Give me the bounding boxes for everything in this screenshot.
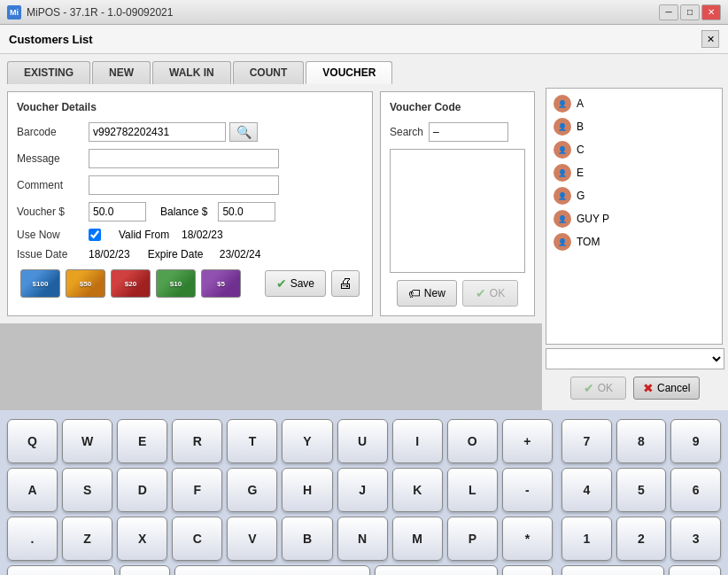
key-asterisk[interactable]: *	[502, 517, 553, 561]
key-d[interactable]: D	[117, 468, 167, 512]
num-2[interactable]: 2	[616, 517, 667, 561]
voucher-amount-label: Voucher $	[17, 206, 83, 218]
caps-lock-key[interactable]: Caps Lock	[7, 565, 115, 575]
key-w[interactable]: W	[62, 419, 112, 463]
key-o[interactable]: O	[447, 419, 498, 463]
key-e[interactable]: E	[117, 419, 167, 463]
avatar: 👤	[554, 141, 571, 159]
space-key[interactable]: Space	[174, 565, 370, 575]
num-8[interactable]: 8	[616, 419, 667, 463]
ok-voucher-button[interactable]: ✔ OK	[462, 280, 518, 307]
balance-input[interactable]	[218, 202, 275, 221]
customer-list: 👤 A 👤 B 👤 C 👤 E 👤 G	[546, 89, 722, 257]
num-1[interactable]: 1	[561, 517, 612, 561]
key-slash[interactable]: /	[502, 565, 553, 575]
keyboard-area: Q W E R T Y U I O + A S D F G H J K L - …	[0, 410, 728, 575]
key-s[interactable]: S	[62, 468, 112, 512]
avatar: 👤	[554, 95, 571, 113]
key-l[interactable]: L	[447, 468, 498, 512]
list-item[interactable]: 👤 A	[550, 92, 718, 115]
expire-date-label: Expire Date	[148, 248, 214, 260]
key-m[interactable]: M	[392, 517, 443, 561]
key-f[interactable]: F	[172, 468, 222, 512]
print-button[interactable]: 🖨	[331, 270, 360, 297]
num-0[interactable]: 0	[561, 565, 664, 575]
key-h[interactable]: H	[282, 468, 332, 512]
dialog-close-button[interactable]: ✕	[701, 30, 719, 48]
key-z[interactable]: Z	[62, 517, 112, 561]
tab-count[interactable]: COUNT	[233, 61, 305, 84]
numpad: 7 8 9 4 5 6 1 2 3 0 .	[561, 419, 721, 575]
num-4[interactable]: 4	[561, 468, 612, 512]
list-item[interactable]: 👤 C	[550, 138, 718, 161]
tab-new[interactable]: NEW	[92, 61, 151, 84]
maximize-button[interactable]: □	[680, 4, 700, 20]
num-7[interactable]: 7	[561, 419, 612, 463]
num-5[interactable]: 5	[616, 468, 667, 512]
customer-name: B	[577, 120, 584, 133]
key-at[interactable]: @	[120, 565, 170, 575]
bill-20-button[interactable]: $20	[111, 269, 151, 298]
key-x[interactable]: X	[117, 517, 167, 561]
key-j[interactable]: J	[337, 468, 388, 512]
key-k[interactable]: K	[392, 468, 443, 512]
valid-from-value: 18/02/23	[182, 229, 223, 241]
bill-50-button[interactable]: $50	[66, 269, 105, 298]
comment-label: Comment	[17, 179, 83, 191]
list-item[interactable]: 👤 TOM	[550, 230, 718, 253]
key-q[interactable]: Q	[7, 419, 58, 463]
key-r[interactable]: R	[172, 419, 222, 463]
new-icon: 🏷	[408, 286, 421, 300]
backspace-key[interactable]: Backspace	[375, 565, 498, 575]
key-p[interactable]: P	[447, 517, 498, 561]
key-b[interactable]: B	[282, 517, 332, 561]
key-g[interactable]: G	[227, 468, 277, 512]
key-v[interactable]: V	[227, 517, 277, 561]
voucher-amount-input[interactable]	[89, 202, 146, 221]
barcode-scan-button[interactable]: 🔍	[229, 122, 258, 142]
key-n[interactable]: N	[337, 517, 388, 561]
voucher-details-panel: Voucher Details Barcode 🔍 Message Co	[7, 91, 373, 316]
message-input[interactable]	[89, 149, 279, 168]
list-item[interactable]: 👤 GUY P	[550, 207, 718, 230]
voucher-search-input[interactable]	[429, 122, 508, 142]
list-item[interactable]: 👤 E	[550, 161, 718, 184]
bill-10-button[interactable]: $10	[156, 269, 196, 298]
close-window-button[interactable]: ✕	[701, 4, 721, 20]
barcode-input[interactable]	[89, 122, 226, 142]
key-y[interactable]: Y	[282, 419, 332, 463]
key-c[interactable]: C	[172, 517, 222, 561]
key-u[interactable]: U	[337, 419, 388, 463]
keyboard-main: Q W E R T Y U I O + A S D F G H J K L - …	[7, 419, 553, 575]
num-6[interactable]: 6	[670, 468, 721, 512]
minimize-button[interactable]: ─	[659, 4, 678, 20]
customer-name: G	[577, 190, 585, 202]
customer-dropdown[interactable]	[546, 348, 724, 369]
customer-ok-button[interactable]: ✔ OK	[570, 377, 626, 400]
comment-input[interactable]	[89, 175, 279, 195]
key-a[interactable]: A	[7, 468, 58, 512]
save-button[interactable]: ✔ Save	[265, 270, 326, 297]
bill-5-button[interactable]: $5	[201, 269, 241, 298]
dialog-title: Customers List	[9, 33, 93, 46]
tab-voucher[interactable]: VOUCHER	[306, 61, 392, 84]
app-title: MiPOS - 37.1R - 1.0-09092021	[27, 6, 173, 19]
key-i[interactable]: I	[392, 419, 443, 463]
key-minus[interactable]: -	[502, 468, 553, 512]
list-item[interactable]: 👤 B	[550, 115, 718, 138]
tab-walk-in[interactable]: WALK IN	[152, 61, 231, 84]
num-9[interactable]: 9	[670, 419, 721, 463]
bill-100-button[interactable]: $100	[20, 269, 60, 298]
voucher-code-list[interactable]	[390, 149, 525, 273]
key-period[interactable]: .	[7, 517, 58, 561]
key-plus[interactable]: +	[502, 419, 553, 463]
key-t[interactable]: T	[227, 419, 277, 463]
customer-cancel-button[interactable]: ✖ Cancel	[633, 377, 700, 400]
num-dot[interactable]: .	[669, 565, 721, 575]
list-item[interactable]: 👤 G	[550, 184, 718, 207]
customer-list-panel: 👤 A 👤 B 👤 C 👤 E 👤 G	[546, 88, 723, 345]
use-now-checkbox[interactable]	[89, 229, 101, 241]
new-voucher-button[interactable]: 🏷 New	[397, 280, 457, 307]
tab-existing[interactable]: EXISTING	[7, 61, 90, 84]
num-3[interactable]: 3	[670, 517, 721, 561]
